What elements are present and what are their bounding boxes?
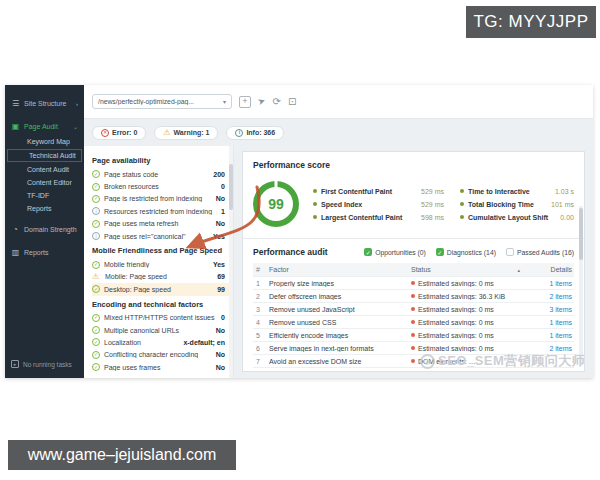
tasks-status-label: No running tasks <box>23 361 72 368</box>
sidebar-item-label: Technical Audit <box>29 152 76 159</box>
checklist-row-label: Broken resources <box>104 183 217 190</box>
sidebar-item-page-audit[interactable]: ▣ Page Audit ⌄ <box>5 118 84 135</box>
details-link[interactable]: 2 items <box>549 293 572 300</box>
sort-asc-icon[interactable]: ▴ <box>517 267 526 273</box>
seo-audit-app: ☰ Site Structure › ▣ Page Audit ⌄ Keywor… <box>5 85 593 378</box>
row-status: Estimated savings: 0 ms <box>418 332 494 339</box>
row-factor: Reduce initial server response time <box>269 371 411 373</box>
checklist-row-value: No <box>216 220 225 227</box>
export-button[interactable]: ⊡ <box>288 97 296 107</box>
row-num: 3 <box>253 306 269 313</box>
checkbox-checked-icon: ✓ <box>364 248 372 256</box>
audit-body: Page availability ✓ Page status code 200… <box>84 146 593 378</box>
performance-audit-title: Performance audit <box>253 247 328 257</box>
details-link[interactable]: 1 items <box>549 319 572 326</box>
details-link[interactable]: 2 items <box>549 345 572 352</box>
add-page-button[interactable]: + <box>239 96 251 108</box>
metric-cumulative-layout-shift: Cumulative Layout Shift 0.00 <box>460 214 574 221</box>
checklist-row-rel-canonical[interactable]: i Page uses rel="canonical" Yes <box>92 230 229 242</box>
table-row-excessive-dom-size[interactable]: 7 Avoid an excessive DOM size DOM elemen… <box>253 354 574 367</box>
checklist-row-value: 99 <box>217 286 225 293</box>
checklist-row-label: Mixed HTTP/HTTPS content issues <box>104 314 217 321</box>
table-row-server-response-time[interactable]: 8 Reduce initial server response time … <box>253 367 574 372</box>
sidebar-item-site-structure[interactable]: ☰ Site Structure › <box>5 95 84 112</box>
row-status: … <box>418 371 425 373</box>
checkbox-checked-icon: ✓ <box>436 248 444 256</box>
sidebar-item-content-editor[interactable]: Content Editor <box>5 176 84 189</box>
checklist-row-broken-resources[interactable]: ✓ Broken resources 0 <box>92 180 229 192</box>
sidebar-item-label: TF-IDF <box>27 192 49 199</box>
sidebar-item-reports-sub[interactable]: Reports <box>5 202 84 215</box>
page-url-select[interactable]: /news/perfectly-optimized-pag... ▾ <box>92 94 232 109</box>
score-value: 99 <box>268 196 284 212</box>
info-badge[interactable]: i Info: 366 <box>226 126 284 140</box>
checklist-row-mobile-friendly[interactable]: ✓ Mobile friendly Yes <box>92 258 229 270</box>
panel-scrollbar[interactable] <box>579 206 583 366</box>
checklist-row-label: Mobile friendly <box>104 261 209 268</box>
sidebar-item-content-audit[interactable]: Content Audit <box>5 163 84 176</box>
table-row-remove-unused-javascript[interactable]: 3 Remove unused JavaScript Estimated sav… <box>253 302 574 315</box>
tasks-icon: ▸ <box>11 360 19 368</box>
sidebar-item-label: Page Audit <box>24 123 58 130</box>
checklist-row-value: No <box>216 351 225 358</box>
refresh-button[interactable]: ⟳ <box>273 97 281 107</box>
checklist-row-desktop-page-speed[interactable]: ✓ Desktop: Page speed 99 <box>92 283 233 295</box>
sidebar-item-reports[interactable]: ▥ Reports <box>5 244 84 261</box>
checklist-row-value: 1 <box>221 208 225 215</box>
checklist-row-resources-restricted[interactable]: i Resources restricted from indexing 1 <box>92 205 229 217</box>
table-row-properly-size-images[interactable]: 1 Properly size images Estimated savings… <box>253 276 574 289</box>
table-row-defer-offscreen-images[interactable]: 2 Defer offscreen images Estimated savin… <box>253 289 574 302</box>
row-num: 1 <box>253 280 269 287</box>
page-audit-icon: ▣ <box>11 122 20 131</box>
checklist-row-restricted-indexing[interactable]: ✓ Page is restricted from indexing No <box>92 193 229 205</box>
table-row-next-gen-formats[interactable]: 6 Serve images in next-gen formats Estim… <box>253 341 574 354</box>
metric-value: 1.03 s <box>555 188 574 195</box>
checklist-row-mixed-content[interactable]: ✓ Mixed HTTP/HTTPS content issues 0 <box>92 312 229 324</box>
metric-label: Speed Index <box>321 201 417 208</box>
error-badge[interactable]: ✕ Error: 0 <box>92 126 146 140</box>
checklist-row-meta-refresh[interactable]: ✓ Page uses meta refresh No <box>92 218 229 230</box>
col-header-factor[interactable]: Factor <box>269 266 411 273</box>
checklist-row-page-status-code[interactable]: ✓ Page status code 200 <box>92 168 229 180</box>
sidebar-item-technical-audit[interactable]: Technical Audit <box>7 149 82 162</box>
tasks-status[interactable]: ▸ No running tasks <box>5 356 84 372</box>
col-header-status[interactable]: Status ▴ <box>411 266 526 273</box>
table-row-remove-unused-css[interactable]: 4 Remove unused CSS Estimated savings: 0… <box>253 315 574 328</box>
main-panel-wrap: Performance score 99 First Contentful Pa… <box>234 146 593 378</box>
filter-passed-audits[interactable]: Passed Audits (16) <box>506 248 574 256</box>
metric-dot-icon <box>313 189 317 193</box>
warning-badge[interactable]: ⚠ Warning: 1 <box>154 126 218 140</box>
checklist-row-value: No <box>216 364 225 371</box>
warning-badge-label: Warning: 1 <box>173 129 209 136</box>
checklist-row-multiple-canonical[interactable]: ✓ Multiple canonical URLs No <box>92 324 229 336</box>
checklist-row-localization[interactable]: ✓ Localization x-default; en <box>92 336 229 348</box>
checklist-row-label: Mobile: Page speed <box>105 273 213 280</box>
metric-label: Total Blocking Time <box>468 201 547 208</box>
details-link[interactable]: 3 items <box>549 306 572 313</box>
checklist-row-mobile-page-speed[interactable]: ⚠ Mobile: Page speed 69 <box>92 271 229 283</box>
share-button[interactable]: ➤ <box>257 96 267 107</box>
metric-first-contentful-paint: First Contentful Paint 529 ms <box>313 188 444 195</box>
domain-strength-icon: ◔ <box>11 225 20 234</box>
sidebar-item-domain-strength[interactable]: ◔ Domain Strength <box>5 221 84 238</box>
checklist-row-character-encoding[interactable]: ✓ Conflicting character encoding No <box>92 349 229 361</box>
checklist-row-value: Yes <box>213 233 225 240</box>
checklist-row-label: Localization <box>104 339 179 346</box>
check-icon: ✓ <box>92 170 100 178</box>
checklist-scrollbar[interactable] <box>229 146 233 378</box>
details-link[interactable]: 1 items <box>549 280 572 287</box>
filter-diagnostics[interactable]: ✓ Diagnostics (14) <box>436 248 496 256</box>
donut-notch <box>275 180 278 188</box>
row-status: Estimated savings: 0 ms <box>418 319 494 326</box>
table-row-efficiently-encode-images[interactable]: 5 Efficiently encode images Estimated sa… <box>253 328 574 341</box>
filter-opportunities[interactable]: ✓ Opportunities (0) <box>364 248 426 256</box>
row-factor: Remove unused JavaScript <box>269 306 411 313</box>
section-title-page-availability: Page availability <box>92 156 229 165</box>
status-dot-icon <box>411 333 415 337</box>
details-link[interactable]: 1 items <box>549 332 572 339</box>
score-donut: 99 <box>253 181 299 227</box>
sidebar-item-tf-idf[interactable]: TF-IDF <box>5 189 84 202</box>
checklist-row-label: Resources restricted from indexing <box>104 208 217 215</box>
sidebar-item-keyword-map[interactable]: Keyword Map <box>5 135 84 148</box>
checklist-row-page-frames[interactable]: ✓ Page uses frames No <box>92 361 229 373</box>
